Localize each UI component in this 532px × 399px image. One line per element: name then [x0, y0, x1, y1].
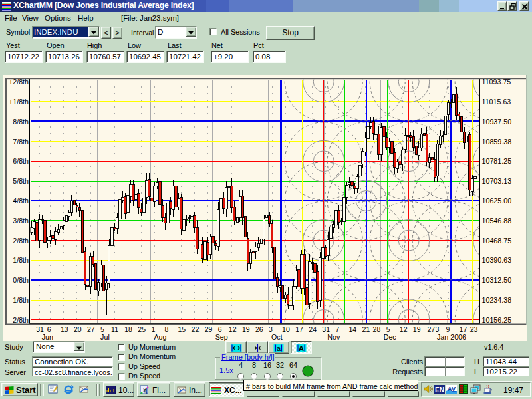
svg-text:5: 5: [100, 325, 104, 333]
svg-text:29: 29: [205, 325, 213, 333]
svg-text:3: 3: [269, 325, 273, 333]
svg-text:8/8th: 8/8th: [13, 118, 29, 126]
svg-text:10468.75: 10468.75: [482, 237, 512, 245]
svg-text:6: 6: [47, 325, 51, 333]
svg-text:27: 27: [87, 325, 95, 333]
svg-text:26: 26: [255, 325, 263, 333]
svg-text:22: 22: [192, 325, 200, 333]
svg-text:10390.63: 10390.63: [482, 256, 512, 264]
svg-text:9: 9: [446, 325, 450, 333]
svg-text:15: 15: [178, 325, 186, 333]
svg-text:10703.13: 10703.13: [482, 177, 512, 185]
svg-text:10312.50: 10312.50: [482, 276, 512, 284]
svg-text:10234.38: 10234.38: [482, 296, 512, 304]
svg-text:19: 19: [413, 325, 421, 333]
svg-text:+1/8th: +1/8th: [9, 98, 29, 106]
svg-text:25: 25: [138, 325, 146, 333]
svg-text:-1/8th: -1/8th: [11, 296, 29, 304]
svg-text:Dec: Dec: [384, 333, 397, 341]
svg-text:5/8th: 5/8th: [13, 177, 29, 185]
svg-text:Aug: Aug: [154, 333, 166, 341]
svg-text:2/8th: 2/8th: [13, 237, 29, 245]
svg-text:+2/8th: +2/8th: [9, 78, 29, 86]
svg-text:12: 12: [229, 325, 237, 333]
svg-text:Oct: Oct: [271, 333, 283, 341]
svg-text:19: 19: [242, 325, 250, 333]
svg-text:4/8th: 4/8th: [13, 197, 29, 205]
svg-text:10937.50: 10937.50: [482, 118, 512, 126]
svg-text:8: 8: [164, 325, 168, 333]
svg-text:11: 11: [111, 325, 118, 333]
svg-text:-2/8th: -2/8th: [11, 316, 29, 324]
svg-text:18: 18: [124, 325, 132, 333]
svg-text:10781.25: 10781.25: [482, 157, 512, 165]
svg-text:24: 24: [309, 325, 317, 333]
svg-text:Jan 2006: Jan 2006: [437, 333, 466, 341]
svg-text:Jul: Jul: [100, 333, 110, 341]
svg-text:6/8th: 6/8th: [13, 157, 29, 165]
svg-text:21: 21: [362, 325, 370, 333]
svg-text:7: 7: [335, 325, 339, 333]
svg-text:27: 27: [427, 325, 435, 333]
svg-text:3: 3: [436, 325, 440, 333]
svg-text:31: 31: [322, 325, 330, 333]
svg-text:5: 5: [386, 325, 390, 333]
svg-text:11015.63: 11015.63: [482, 98, 511, 106]
svg-text:A: A: [299, 344, 304, 352]
svg-text:31: 31: [36, 325, 44, 333]
svg-text:20: 20: [74, 325, 82, 333]
svg-text:4: 4: [144, 388, 148, 394]
svg-text:23: 23: [470, 325, 478, 333]
svg-text:10156.25: 10156.25: [482, 316, 512, 324]
svg-text:13: 13: [61, 325, 68, 333]
svg-text:EN: EN: [435, 386, 444, 394]
svg-text:Sep: Sep: [215, 333, 228, 341]
svg-text:0/8th: 0/8th: [13, 276, 29, 284]
svg-text:6: 6: [218, 325, 222, 333]
svg-text:11093.75: 11093.75: [482, 78, 511, 86]
svg-text:12: 12: [400, 325, 408, 333]
svg-text:Jun: Jun: [42, 333, 53, 341]
svg-text:AV: AV: [448, 386, 456, 392]
svg-text:10546.88: 10546.88: [482, 217, 512, 225]
svg-text:7/8th: 7/8th: [13, 138, 29, 146]
svg-text:10859.38: 10859.38: [482, 138, 512, 146]
svg-text:17: 17: [295, 325, 303, 333]
svg-text:14: 14: [349, 325, 357, 333]
svg-text:10625.00: 10625.00: [482, 197, 512, 205]
svg-text:28: 28: [373, 325, 381, 333]
svg-text:Nov: Nov: [327, 333, 340, 341]
svg-text:17: 17: [460, 325, 467, 333]
svg-text:10: 10: [282, 325, 290, 333]
svg-text:3/8th: 3/8th: [13, 217, 29, 225]
svg-text:1/8th: 1/8th: [13, 256, 29, 264]
svg-text:a: a: [277, 344, 281, 352]
svg-text:1: 1: [151, 325, 155, 333]
